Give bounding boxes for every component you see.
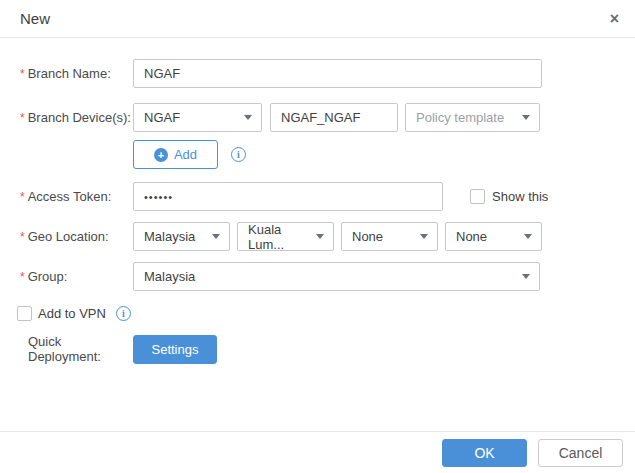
geo-district-select-value: None (352, 229, 383, 244)
required-marker: * (20, 190, 25, 204)
cancel-button[interactable]: Cancel (538, 439, 623, 467)
geo-city-select-value: Kuala Lum... (248, 222, 310, 252)
add-device-info-icon[interactable]: i (231, 147, 246, 162)
add-device-row: + Add i (0, 140, 635, 169)
branch-devices-label: *Branch Device(s): (0, 110, 133, 125)
geo-country-select[interactable]: Malaysia (133, 222, 230, 251)
plus-icon: + (154, 148, 168, 162)
geo-location-label-text: Geo Location: (28, 229, 109, 244)
access-token-label-text: Access Token: (28, 189, 112, 204)
geo-subdistrict-select-value: None (456, 229, 487, 244)
chevron-down-icon (420, 234, 428, 239)
group-select-value: Malaysia (144, 269, 195, 284)
dialog-footer: OK Cancel (0, 431, 635, 473)
add-to-vpn-label: Add to VPN (38, 306, 106, 321)
quick-deployment-label: Quick Deployment: (0, 334, 133, 364)
quick-deployment-settings-button[interactable]: Settings (133, 335, 217, 364)
add-device-button[interactable]: + Add (133, 140, 218, 169)
chevron-down-icon (244, 115, 252, 120)
policy-template-select[interactable]: Policy template (405, 103, 540, 132)
add-device-button-label: Add (174, 147, 197, 162)
access-token-input[interactable] (133, 182, 443, 211)
close-icon[interactable]: × (610, 11, 619, 27)
required-marker: * (20, 67, 25, 81)
geo-district-select[interactable]: None (341, 222, 438, 251)
required-marker: * (20, 270, 25, 284)
group-select[interactable]: Malaysia (133, 262, 540, 291)
branch-devices-label-text: Branch Device(s): (28, 110, 131, 125)
chevron-down-icon (316, 234, 324, 239)
access-token-label: *Access Token: (0, 189, 133, 204)
branch-devices-row: *Branch Device(s): NGAF Policy template (0, 103, 635, 132)
geo-location-row: *Geo Location: Malaysia Kuala Lum... Non… (0, 222, 635, 251)
branch-name-label: *Branch Name: (0, 66, 133, 81)
geo-subdistrict-select[interactable]: None (445, 222, 542, 251)
add-to-vpn-info-icon[interactable]: i (116, 306, 131, 321)
ok-button[interactable]: OK (442, 439, 527, 467)
add-to-vpn-checkbox[interactable] (17, 306, 32, 321)
branch-device-select-value: NGAF (144, 110, 180, 125)
geo-country-select-value: Malaysia (144, 229, 195, 244)
branch-device-select[interactable]: NGAF (133, 103, 262, 132)
policy-template-select-value: Policy template (416, 110, 504, 125)
required-marker: * (20, 111, 25, 125)
branch-name-row: *Branch Name: (0, 59, 635, 88)
group-row: *Group: Malaysia (0, 262, 635, 291)
chevron-down-icon (524, 234, 532, 239)
branch-name-label-text: Branch Name: (28, 66, 111, 81)
dialog-header: New × (0, 0, 635, 38)
geo-city-select[interactable]: Kuala Lum... (237, 222, 334, 251)
show-token-checkbox-group: Show this (470, 189, 548, 204)
group-label-text: Group: (28, 269, 68, 284)
chevron-down-icon (522, 274, 530, 279)
new-dialog: New × *Branch Name: *Branch Device(s): N… (0, 0, 635, 473)
quick-deployment-row: Quick Deployment: Settings (0, 334, 635, 364)
new-branch-form: *Branch Name: *Branch Device(s): NGAF Po… (0, 59, 635, 364)
show-token-checkbox[interactable] (470, 189, 485, 204)
show-token-checkbox-label: Show this (492, 189, 548, 204)
device-name-input[interactable] (270, 103, 398, 132)
add-to-vpn-row: Add to VPN i (0, 306, 635, 321)
geo-location-label: *Geo Location: (0, 229, 133, 244)
access-token-row: *Access Token: Show this (0, 182, 635, 211)
chevron-down-icon (522, 115, 530, 120)
dialog-title: New (20, 10, 50, 27)
branch-name-input[interactable] (133, 59, 542, 88)
required-marker: * (20, 230, 25, 244)
group-label: *Group: (0, 269, 133, 284)
chevron-down-icon (212, 234, 220, 239)
